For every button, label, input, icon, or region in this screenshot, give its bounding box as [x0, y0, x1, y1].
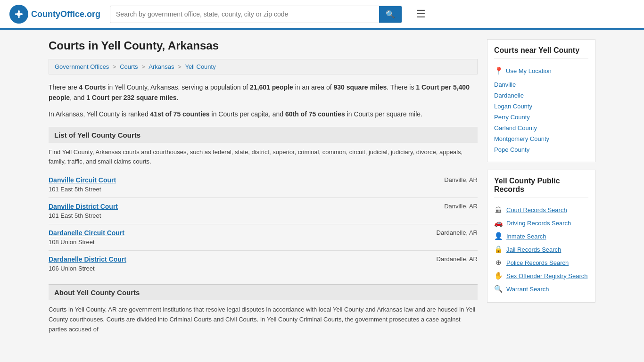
court-item: Dardanelle Circuit Court 108 Union Stree… [49, 224, 478, 251]
search-input[interactable] [110, 6, 379, 23]
court-city: Dardanelle, AR [437, 255, 478, 263]
sidebar-link-dardanelle[interactable]: Dardanelle [494, 90, 588, 101]
court-list: Danville Circuit Court 101 East 5th Stre… [49, 172, 478, 277]
pr-warrant-search: 🔍 Warrant Search [494, 282, 588, 296]
court-records-link[interactable]: Court Records Search [506, 206, 567, 214]
breadcrumb-yell-county[interactable]: Yell County [185, 63, 215, 70]
public-records-card: Yell County Public Records 🏛 Court Recor… [487, 170, 595, 303]
nearby-courts-title: Courts near Yell County [494, 46, 588, 59]
nearby-courts-card: Courts near Yell County 📍 Use My Locatio… [487, 39, 595, 162]
court-item: Danville District Court 101 East 5th Str… [49, 198, 478, 224]
breadcrumb: Government Offices > Courts > Arkansas >… [49, 59, 478, 74]
svg-point-2 [18, 10, 20, 12]
driving-records-link[interactable]: Driving Records Search [506, 220, 571, 227]
jail-records-icon: 🔒 [494, 245, 503, 254]
court-name-danville-circuit[interactable]: Danville Circuit Court [49, 176, 116, 184]
court-item: Dardanelle District Court 106 Union Stre… [49, 251, 478, 277]
sidebar-link-montgomery-county[interactable]: Montgomery County [494, 133, 588, 144]
logo-text: CountyOffice.org [31, 9, 100, 19]
location-icon: 📍 [494, 66, 504, 75]
sidebar-link-pope-county[interactable]: Pope County [494, 144, 588, 155]
logo-org: .org [84, 9, 100, 19]
warrant-search-link[interactable]: Warrant Search [506, 286, 549, 293]
court-address: 106 Union Street [49, 265, 95, 272]
search-button[interactable]: 🔍 [379, 6, 402, 23]
pr-court-records: 🏛 Court Records Search [494, 204, 588, 216]
search-bar: 🔍 [110, 6, 402, 23]
breadcrumb-courts[interactable]: Courts [120, 63, 138, 70]
jail-records-link[interactable]: Jail Records Search [506, 246, 561, 253]
svg-point-4 [15, 13, 17, 15]
breadcrumb-government-offices[interactable]: Government Offices [55, 63, 109, 70]
inmate-search-link[interactable]: Inmate Search [506, 233, 546, 240]
warrant-search-icon: 🔍 [494, 285, 503, 293]
court-name-dardanelle-circuit[interactable]: Dardanelle Circuit Court [49, 229, 124, 237]
sidebar: Courts near Yell County 📍 Use My Locatio… [487, 39, 595, 335]
svg-point-3 [21, 13, 23, 15]
sex-offender-link[interactable]: Sex Offender Registry Search [506, 272, 587, 280]
about-text: Courts in Yell County, AR are government… [49, 305, 478, 334]
court-item: Danville Circuit Court 101 East 5th Stre… [49, 172, 478, 198]
main-content: Courts in Yell County, Arkansas Governme… [49, 39, 478, 335]
driving-records-icon: 🚗 [494, 219, 503, 227]
logo-icon [9, 5, 28, 24]
police-records-link[interactable]: Police Records Search [506, 259, 569, 266]
svg-point-5 [18, 16, 20, 18]
sidebar-link-danville[interactable]: Danville [494, 79, 588, 90]
court-city: Danville, AR [444, 203, 478, 210]
header: CountyOffice.org 🔍 ☰ [0, 0, 644, 30]
court-name-dardanelle-district[interactable]: Dardanelle District Court [49, 255, 126, 263]
court-address: 101 East 5th Street [49, 212, 101, 219]
pr-driving-records: 🚗 Driving Records Search [494, 216, 588, 230]
logo-name: CountyOffice [31, 9, 84, 19]
breadcrumb-arkansas[interactable]: Arkansas [149, 63, 174, 70]
court-address: 108 Union Street [49, 239, 95, 246]
pr-sex-offender: ✋ Sex Offender Registry Search [494, 269, 588, 282]
about-section-header: About Yell County Courts [49, 284, 478, 300]
use-my-location-label: Use My Location [506, 67, 552, 74]
court-city: Danville, AR [444, 176, 478, 183]
sidebar-link-garland-county[interactable]: Garland County [494, 123, 588, 133]
list-section-header: List of Yell County Courts [49, 127, 478, 143]
inmate-search-icon: 👤 [494, 232, 503, 240]
sex-offender-icon: ✋ [494, 272, 503, 280]
court-records-icon: 🏛 [494, 206, 503, 214]
police-records-icon: ⊕ [494, 258, 503, 267]
summary-text-2: In Arkansas, Yell County is ranked 41st … [49, 109, 478, 119]
pr-police-records: ⊕ Police Records Search [494, 256, 588, 269]
list-section-desc: Find Yell County, Arkansas courts and co… [49, 148, 478, 166]
public-records-title: Yell County Public Records [494, 177, 588, 198]
court-address: 101 East 5th Street [49, 186, 101, 193]
use-my-location[interactable]: 📍 Use My Location [494, 65, 588, 77]
summary-text: There are 4 Courts in Yell County, Arkan… [49, 82, 478, 103]
logo[interactable]: CountyOffice.org [9, 5, 100, 24]
sidebar-link-logan-county[interactable]: Logan County [494, 101, 588, 112]
svg-point-1 [17, 12, 21, 16]
pr-inmate-search: 👤 Inmate Search [494, 230, 588, 243]
pr-jail-records: 🔒 Jail Records Search [494, 243, 588, 256]
court-city: Dardanelle, AR [437, 229, 478, 236]
sidebar-link-perry-county[interactable]: Perry County [494, 112, 588, 123]
page-container: Courts in Yell County, Arkansas Governme… [39, 30, 605, 344]
court-name-danville-district[interactable]: Danville District Court [49, 203, 118, 210]
page-title: Courts in Yell County, Arkansas [49, 39, 478, 52]
hamburger-menu-icon[interactable]: ☰ [416, 8, 426, 20]
